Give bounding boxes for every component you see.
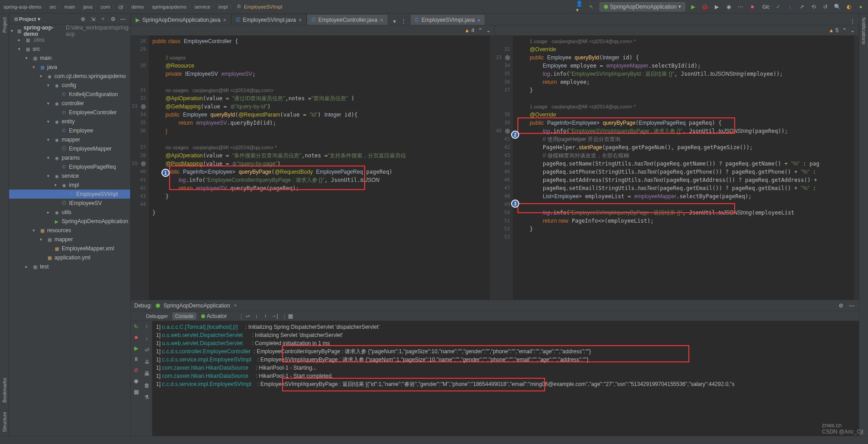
tree-item[interactable]: src bbox=[33, 46, 40, 52]
crumb[interactable]: main bbox=[64, 4, 75, 10]
tab[interactable]: ©EmployeeSVImpl.java× bbox=[231, 14, 307, 25]
tree-item[interactable]: mapper bbox=[62, 137, 80, 143]
stop-icon[interactable]: ■ bbox=[132, 334, 140, 341]
project-tree[interactable]: ▾▦spring-aop-demo D:\idea_workspace\spri… bbox=[9, 24, 130, 436]
tree-item[interactable]: application.yml bbox=[54, 254, 90, 261]
structure-tab[interactable]: Structure bbox=[2, 412, 7, 432]
console-tab[interactable]: Console bbox=[172, 312, 196, 320]
tree-item[interactable]: EmployeeController bbox=[69, 109, 117, 116]
run-to-cursor-icon[interactable]: →| bbox=[271, 312, 278, 320]
chevron-up-icon[interactable]: ⌃ bbox=[842, 27, 847, 34]
clear-icon[interactable]: 🗑 bbox=[143, 382, 151, 389]
tree-item[interactable]: SpringAopDemoApplication bbox=[62, 218, 128, 224]
wrap-icon[interactable]: ⏎ bbox=[143, 346, 151, 354]
rollback-icon[interactable]: ↺ bbox=[822, 3, 829, 10]
tree-item[interactable]: java bbox=[47, 64, 57, 70]
notifications-tab[interactable]: Notifications bbox=[861, 17, 867, 44]
view-bp-icon[interactable]: ◉ bbox=[132, 377, 140, 385]
scroll-icon[interactable]: ⇊ bbox=[143, 358, 151, 366]
profiler-icon[interactable]: ● bbox=[857, 3, 864, 10]
gear-icon[interactable]: ⚙ bbox=[837, 302, 844, 309]
target-icon[interactable]: ⊕ bbox=[79, 15, 87, 23]
run-config-select[interactable]: ⬢SpringAopDemoApplication▾ bbox=[600, 2, 685, 11]
step-out-icon[interactable]: ↑ bbox=[262, 312, 269, 320]
print-icon[interactable]: 🖶 bbox=[143, 370, 151, 377]
more-icon[interactable]: ⋮ bbox=[849, 18, 856, 25]
run-icon[interactable]: ▶ bbox=[690, 3, 697, 10]
crumb[interactable]: springaopdemo bbox=[152, 4, 186, 10]
rerun-icon[interactable]: ↻ bbox=[132, 323, 140, 330]
tree-item[interactable]: Knife4jConfiguration bbox=[69, 91, 118, 98]
mute-icon[interactable]: ⊘ bbox=[132, 366, 140, 374]
tree-item[interactable]: params bbox=[62, 155, 80, 161]
history-icon[interactable]: ⟲ bbox=[810, 3, 817, 10]
git-update-icon[interactable]: ↓ bbox=[786, 3, 794, 10]
tab[interactable]: ▶SpringAopDemoApplication.java× bbox=[131, 14, 231, 25]
chevron-down-icon[interactable]: ⌄ bbox=[850, 27, 855, 34]
tree-item[interactable]: service bbox=[62, 173, 79, 179]
warning-badge[interactable]: ▲ 5 bbox=[829, 27, 839, 34]
bookmarks-tab[interactable]: Bookmarks bbox=[2, 378, 7, 403]
more-icon[interactable]: ⋮ bbox=[400, 18, 407, 25]
close-icon[interactable]: × bbox=[299, 17, 302, 23]
usage-hint[interactable]: 2 usages bbox=[166, 55, 186, 60]
crumb[interactable]: com bbox=[101, 4, 110, 10]
code-left[interactable]: 282930313233 ⬤343536373839 ⬤4041424344 p… bbox=[131, 35, 494, 300]
tree-item[interactable]: resources bbox=[47, 227, 71, 234]
tree-item[interactable]: test bbox=[40, 263, 49, 270]
tab-split[interactable]: ©EmployeeSVImpl.java● bbox=[410, 14, 486, 25]
tree-item[interactable]: mapper bbox=[54, 236, 73, 243]
git-commit-icon[interactable]: ✓ bbox=[775, 3, 782, 10]
marker-bar[interactable] bbox=[490, 35, 494, 300]
attach-icon[interactable]: ⋯ bbox=[737, 3, 744, 10]
usage-hint[interactable]: no usages caojiangtao@MI <cjt2014@qq.com… bbox=[166, 88, 273, 93]
tree-item[interactable]: EmployeeMapper bbox=[69, 146, 112, 152]
tree-item[interactable]: IEmployeeSV bbox=[69, 200, 102, 206]
debug-app[interactable]: SpringAopDemoApplication bbox=[164, 303, 230, 309]
tree-item[interactable]: controller bbox=[62, 100, 84, 107]
crumb[interactable]: java bbox=[83, 4, 93, 10]
tree-item[interactable]: Employee bbox=[69, 127, 93, 134]
chevron-down-icon[interactable]: ⌄ bbox=[486, 27, 491, 34]
user-icon[interactable]: 👤▾ bbox=[576, 3, 583, 10]
tree-item[interactable]: impl bbox=[69, 182, 79, 188]
step-over-icon[interactable]: ⤻ bbox=[244, 312, 251, 320]
debug-icon[interactable]: 🐞 bbox=[702, 3, 709, 10]
chevron-down-icon[interactable]: ▾ bbox=[391, 18, 398, 25]
expand-icon[interactable]: ⇲ bbox=[89, 15, 97, 23]
crumb[interactable]: spring-aop-demo bbox=[4, 4, 41, 10]
tree-item[interactable]: com.cjt.demo.springaopdemo bbox=[54, 73, 126, 79]
down-icon[interactable]: ↓ bbox=[143, 335, 151, 342]
collapse-icon[interactable]: ÷ bbox=[99, 15, 107, 23]
pause-icon[interactable]: ⏸ bbox=[132, 356, 140, 363]
tree-item[interactable]: utils bbox=[62, 209, 71, 215]
hammer-icon[interactable]: ↖ bbox=[588, 3, 595, 10]
ide-icon[interactable]: ◐ bbox=[845, 3, 853, 10]
crumb[interactable]: src bbox=[49, 4, 56, 10]
stop-icon[interactable]: ■ bbox=[749, 3, 756, 10]
tab-active[interactable]: ©EmployeeController.java× bbox=[307, 14, 388, 25]
filter-icon[interactable]: ⚗ bbox=[143, 394, 151, 401]
up-icon[interactable]: ↑ bbox=[143, 323, 151, 330]
close-icon[interactable]: × bbox=[380, 17, 383, 23]
project-tab[interactable]: Project bbox=[2, 17, 7, 33]
marker-bar[interactable] bbox=[854, 35, 858, 300]
layout-icon[interactable]: ▦ bbox=[132, 388, 140, 395]
profile-icon[interactable]: ◉ bbox=[725, 3, 732, 10]
crumb[interactable]: demo bbox=[132, 4, 144, 10]
crumb[interactable]: service bbox=[195, 4, 210, 10]
crumb[interactable]: impl bbox=[219, 4, 228, 10]
coverage-icon[interactable]: ▶ bbox=[713, 3, 721, 10]
warning-badge[interactable]: ▲ 4 bbox=[464, 27, 474, 34]
chevron-up-icon[interactable]: ⌃ bbox=[478, 27, 483, 34]
crumb[interactable]: cjt bbox=[118, 4, 123, 10]
resume-icon[interactable]: ▶ bbox=[132, 345, 140, 352]
crumb-active[interactable]: EmployeeSVImpl bbox=[244, 4, 282, 10]
git-push-icon[interactable]: ↗ bbox=[798, 3, 805, 10]
tree-item[interactable]: .idea bbox=[33, 37, 44, 43]
hide-icon[interactable]: — bbox=[119, 15, 127, 23]
tree-item[interactable]: EmployeeMapper.xml bbox=[62, 245, 114, 252]
usage-hint[interactable]: no usages caojiangtao@MI <cjt2014@qq.com… bbox=[166, 145, 277, 150]
tree-item[interactable]: EmployeePageReq bbox=[69, 164, 116, 170]
tree-item[interactable]: entity bbox=[62, 118, 75, 125]
